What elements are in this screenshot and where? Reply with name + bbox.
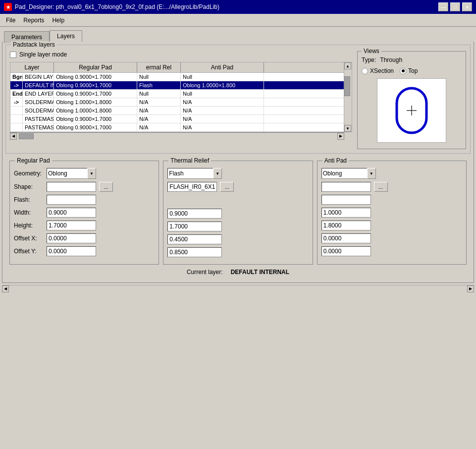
table-row[interactable]: PASTEMASK_ Oblong 0.9000×1.7000 N/A N/A: [10, 123, 344, 132]
row-regular: Oblong 0.9000×1.7000: [54, 81, 137, 89]
row-layer: DEFAULT INT: [23, 81, 54, 89]
menu-reports[interactable]: Reports: [19, 16, 48, 25]
table-body: Bgn BEGIN LAYER Oblong 0.9000×1.7000 Nul…: [10, 73, 344, 132]
bottom-scroll-right[interactable]: ▶: [467, 285, 474, 292]
thermal-height-input[interactable]: [167, 222, 222, 231]
scroll-down-button[interactable]: ▼: [344, 125, 351, 132]
row-anti: Oblong 1.0000×1.800: [181, 81, 264, 89]
col-header-regular: Regular Pad: [54, 62, 137, 72]
row-anti: Null: [181, 90, 264, 98]
type-value: Through: [380, 56, 402, 63]
anti-width-input[interactable]: [321, 208, 371, 218]
current-layer-bar: Current layer: DEFAULT INTERNAL: [5, 265, 471, 280]
type-label: Type:: [362, 56, 376, 63]
anti-offset-y-input[interactable]: [321, 246, 371, 256]
thermal-flash-input[interactable]: [167, 182, 217, 192]
anti-shape-browse[interactable]: ...: [374, 182, 388, 192]
anti-pad-title: Anti Pad: [322, 157, 349, 164]
thermal-width-input[interactable]: [167, 209, 222, 219]
scroll-thumb: [344, 76, 350, 96]
thermal-offset-y-input[interactable]: [167, 247, 222, 257]
regular-geometry-label: Geometry:: [14, 170, 44, 177]
app-icon: ★: [4, 3, 12, 11]
row-anti: N/A: [181, 107, 264, 114]
current-layer-value: DEFAULT INTERNAL: [231, 269, 289, 276]
menu-help[interactable]: Help: [48, 16, 68, 25]
col-header-thermal: ermal Rel: [137, 62, 181, 72]
row-layer: PASTEMASK_: [23, 123, 54, 131]
row-thermal: N/A: [137, 107, 181, 114]
radio-xsection[interactable]: XSection: [362, 67, 394, 74]
regular-geometry-select[interactable]: Oblong Circle Square Rectangle: [47, 168, 96, 179]
regular-width-label: Width:: [14, 209, 44, 216]
table-row[interactable]: SOLDERMASK Oblong 1.0000×1.8000 N/A N/A: [10, 107, 344, 115]
row-regular: Oblong 1.0000×1.8000: [54, 98, 137, 106]
row-thermal: N/A: [137, 115, 181, 123]
minimize-button[interactable]: —: [438, 2, 448, 11]
regular-offset-x-label: Offset X:: [14, 235, 44, 242]
close-button[interactable]: ✕: [462, 2, 472, 11]
scroll-track[interactable]: [344, 69, 352, 125]
anti-flash-input[interactable]: [321, 195, 371, 205]
row-regular: Oblong 1.0000×1.8000: [54, 107, 137, 114]
row-anti: Null: [181, 73, 264, 81]
regular-pad-group: Regular Pad Geometry: Oblong Circle Squa…: [9, 161, 159, 265]
table-row[interactable]: Bgn BEGIN LAYER Oblong 0.9000×1.7000 Nul…: [10, 73, 344, 81]
regular-shape-label: Shape:: [14, 183, 44, 190]
thermal-flash-browse[interactable]: ...: [220, 182, 234, 192]
views-title: Views: [362, 48, 381, 55]
single-layer-checkbox[interactable]: [10, 52, 16, 58]
maximize-button[interactable]: □: [450, 2, 460, 11]
bottom-scrollbar: ◀ ▶: [2, 285, 474, 292]
regular-height-input[interactable]: [47, 221, 96, 230]
regular-flash-input[interactable]: [47, 195, 96, 205]
row-thermal: Flash: [137, 81, 181, 89]
thermal-geometry-select[interactable]: Flash Null Circle: [167, 168, 222, 179]
regular-height-label: Height:: [14, 222, 44, 229]
bottom-scroll-left[interactable]: ◀: [2, 285, 9, 292]
col-header-anti: Anti Pad: [181, 62, 264, 72]
scroll-right-button[interactable]: ▶: [337, 133, 344, 140]
row-thermal: Null: [137, 90, 181, 98]
regular-offset-y-input[interactable]: [47, 246, 96, 256]
anti-shape-input[interactable]: [321, 182, 371, 192]
table-row[interactable]: -> SOLDERMASK Oblong 1.0000×1.8000 N/A N…: [10, 98, 344, 107]
row-regular: Oblong 0.9000×1.7000: [54, 73, 137, 81]
table-row[interactable]: PASTEMASK_ Oblong 0.9000×1.7000 N/A N/A: [10, 115, 344, 123]
horiz-scroll-thumb[interactable]: [19, 133, 34, 139]
single-layer-label: Single layer mode: [19, 51, 67, 58]
scroll-left-button[interactable]: ◀: [10, 133, 17, 140]
regular-flash-label: Flash:: [14, 196, 44, 203]
pad-preview: [377, 78, 446, 143]
anti-height-input[interactable]: [321, 221, 371, 230]
anti-offset-x-input[interactable]: [321, 233, 371, 243]
regular-shape-input[interactable]: [47, 182, 96, 192]
row-tag: [10, 115, 23, 123]
tab-layers[interactable]: Layers: [50, 30, 82, 42]
anti-geometry-select[interactable]: Oblong Circle Square Rectangle: [321, 168, 376, 179]
table-row[interactable]: End END LAYER Oblong 0.9000×1.7000 Null …: [10, 90, 344, 98]
row-layer: SOLDERMASK: [23, 107, 54, 114]
radio-xsection-circle: [362, 68, 368, 74]
views-section: Views Type: Through XSection Top: [357, 51, 466, 149]
anti-pad-group: Anti Pad Oblong Circle Square Rectangle …: [317, 161, 467, 265]
regular-shape-browse[interactable]: ...: [99, 182, 113, 192]
menu-file[interactable]: File: [2, 16, 19, 25]
row-tag: [10, 123, 23, 131]
row-thermal: N/A: [137, 123, 181, 131]
radio-top[interactable]: Top: [400, 67, 418, 74]
tabs-bar: Parameters Layers: [0, 27, 476, 42]
regular-pad-title: Regular Pad: [15, 157, 52, 164]
table-row[interactable]: -> DEFAULT INT Oblong 0.9000×1.7000 Flas…: [10, 81, 344, 90]
regular-offset-x-input[interactable]: [47, 233, 96, 243]
radio-xsection-label: XSection: [370, 67, 394, 74]
thermal-offset-x-input[interactable]: [167, 234, 222, 244]
regular-width-input[interactable]: [47, 208, 96, 218]
row-layer: BEGIN LAYER: [23, 73, 54, 81]
row-regular: Oblong 0.9000×1.7000: [54, 115, 137, 123]
row-tag: Bgn: [10, 73, 23, 81]
row-layer: SOLDERMASK: [23, 98, 54, 106]
scroll-up-button[interactable]: ▲: [344, 62, 351, 69]
row-layer: PASTEMASK_: [23, 115, 54, 123]
row-thermal: N/A: [137, 98, 181, 106]
